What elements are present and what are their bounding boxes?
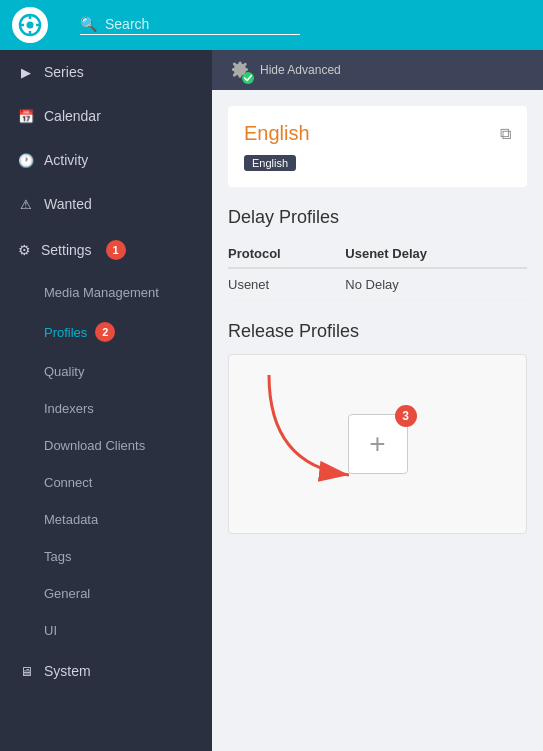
profiles-badge: 2: [95, 322, 115, 342]
add-release-profile-button[interactable]: + 3: [348, 414, 408, 474]
sidebar-item-label: Series: [44, 64, 84, 80]
release-profiles-card: + 3: [228, 354, 527, 534]
gear-check-icon: [228, 58, 252, 82]
protocol-cell: Usenet: [228, 268, 345, 301]
profile-card-header: English ⧉: [244, 122, 511, 145]
settings-label: Settings: [41, 242, 92, 258]
sub-item-label: Download Clients: [44, 438, 145, 453]
hide-advanced-label: Hide Advanced: [260, 63, 341, 77]
sidebar-item-ui[interactable]: UI: [0, 612, 212, 649]
sidebar-item-quality[interactable]: Quality: [0, 353, 212, 390]
search-icon: 🔍: [80, 16, 97, 32]
sub-item-label: Indexers: [44, 401, 94, 416]
sub-item-label: General: [44, 586, 90, 601]
release-profiles-title: Release Profiles: [228, 321, 527, 342]
delay-profiles-section: Delay Profiles Protocol Usenet Delay Use…: [228, 207, 527, 301]
sidebar-item-tags[interactable]: Tags: [0, 538, 212, 575]
col-header-protocol: Protocol: [228, 240, 345, 268]
system-icon: 🖥: [18, 664, 34, 679]
profile-card-title: English: [244, 122, 310, 145]
content-body: English ⧉ English Delay Profiles Protoco…: [212, 90, 543, 550]
sidebar-item-system[interactable]: 🖥 System: [0, 649, 212, 693]
sidebar-item-indexers[interactable]: Indexers: [0, 390, 212, 427]
release-profiles-section: Release Profiles + 3: [228, 321, 527, 534]
sidebar: ▶ Series 📅 Calendar 🕐 Activity ⚠ Wanted …: [0, 50, 212, 751]
sidebar-item-activity[interactable]: 🕐 Activity: [0, 138, 212, 182]
col-header-usenet-delay: Usenet Delay: [345, 240, 527, 268]
settings-group: ⚙ Settings 1 Media Management Profiles 2…: [0, 226, 212, 649]
app-header: 🔍: [0, 0, 543, 50]
sidebar-item-wanted[interactable]: ⚠ Wanted: [0, 182, 212, 226]
delay-profiles-title: Delay Profiles: [228, 207, 527, 228]
search-container: 🔍: [80, 16, 300, 35]
profile-card: English ⧉ English: [228, 106, 527, 187]
sidebar-item-metadata[interactable]: Metadata: [0, 501, 212, 538]
sub-item-label: Profiles: [44, 325, 87, 340]
sidebar-item-label: Wanted: [44, 196, 92, 212]
sidebar-item-connect[interactable]: Connect: [0, 464, 212, 501]
series-icon: ▶: [18, 65, 34, 80]
main-layout: ▶ Series 📅 Calendar 🕐 Activity ⚠ Wanted …: [0, 50, 543, 751]
sidebar-item-general[interactable]: General: [0, 575, 212, 612]
copy-icon[interactable]: ⧉: [500, 125, 511, 143]
add-button-badge: 3: [395, 405, 417, 427]
search-input[interactable]: [105, 16, 265, 32]
sidebar-item-calendar[interactable]: 📅 Calendar: [0, 94, 212, 138]
hide-advanced-bar[interactable]: Hide Advanced: [212, 50, 543, 90]
sub-item-label: Quality: [44, 364, 84, 379]
sidebar-item-download-clients[interactable]: Download Clients: [0, 427, 212, 464]
sub-item-label: Tags: [44, 549, 71, 564]
profile-tag: English: [244, 155, 296, 171]
app-logo: [12, 7, 48, 43]
svg-point-1: [27, 22, 34, 29]
svg-point-6: [237, 67, 243, 73]
sidebar-item-label: System: [44, 663, 91, 679]
sidebar-item-label: Activity: [44, 152, 88, 168]
calendar-icon: 📅: [18, 109, 34, 124]
sidebar-item-label: Calendar: [44, 108, 101, 124]
sub-item-label: Media Management: [44, 285, 159, 300]
gear-icon: ⚙: [18, 242, 31, 258]
sub-item-label: Connect: [44, 475, 92, 490]
settings-header[interactable]: ⚙ Settings 1: [0, 226, 212, 274]
delay-profiles-table: Protocol Usenet Delay Usenet No Delay: [228, 240, 527, 301]
plus-icon: +: [369, 428, 385, 460]
table-row: Usenet No Delay: [228, 268, 527, 301]
sub-item-label: Metadata: [44, 512, 98, 527]
sub-item-label: UI: [44, 623, 57, 638]
settings-badge: 1: [106, 240, 126, 260]
sidebar-item-media-management[interactable]: Media Management: [0, 274, 212, 311]
sidebar-item-profiles[interactable]: Profiles 2: [0, 311, 212, 353]
sidebar-item-series[interactable]: ▶ Series: [0, 50, 212, 94]
warning-icon: ⚠: [18, 197, 34, 212]
delay-cell: No Delay: [345, 268, 527, 301]
content-area: Hide Advanced English ⧉ English Delay Pr…: [212, 50, 543, 751]
clock-icon: 🕐: [18, 153, 34, 168]
